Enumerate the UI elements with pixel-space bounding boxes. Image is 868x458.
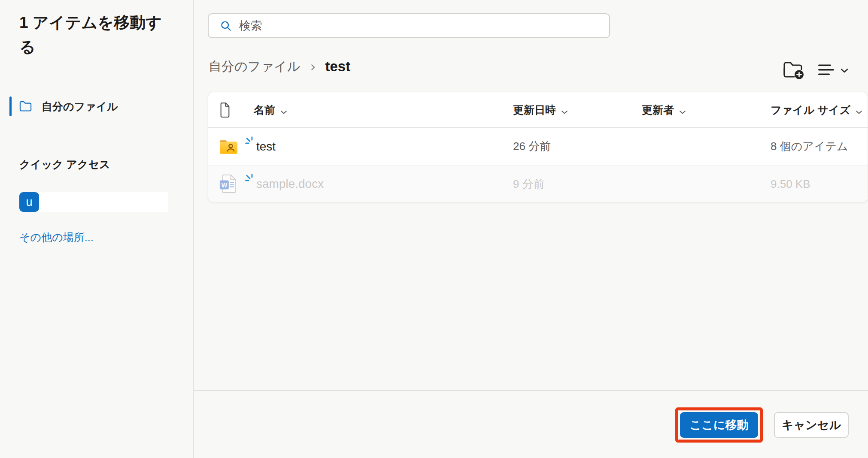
more-places-link[interactable]: その他の場所... [19,230,94,244]
sidebar-item-my-files[interactable]: 自分のファイル [0,96,189,116]
dialog-title: 1 アイテムを移動する [19,10,170,59]
chevron-down-icon [856,105,862,117]
sidebar: 1 アイテムを移動する 自分のファイル クイック アクセス u その他の場所..… [0,0,194,458]
move-items-dialog: 1 アイテムを移動する 自分のファイル クイック アクセス u その他の場所..… [0,0,868,458]
search-box [208,13,610,38]
file-modified: 26 分前 [511,139,640,154]
annotation-highlight: ここに移動 [675,407,763,443]
table-row: W sample.docx 9 分前 9.50 KB [208,165,868,202]
quick-access-item-body [39,192,168,212]
quick-access-heading: クイック アクセス [19,157,110,172]
chevron-down-icon [561,105,568,117]
quick-access-item[interactable]: u [19,192,168,212]
moving-item-icon [245,136,255,148]
breadcrumb-root[interactable]: 自分のファイル [209,58,300,75]
column-header-modified[interactable]: 更新日時 [511,103,640,117]
file-size: 9.50 KB [769,178,868,191]
move-here-button[interactable]: ここに移動 [680,412,758,438]
chevron-down-icon [280,105,287,117]
file-size: 8 個のアイテム [769,139,868,154]
view-options-button[interactable] [818,64,849,76]
site-avatar: u [19,192,39,212]
chevron-down-icon [840,68,849,74]
breadcrumb: 自分のファイル test [209,56,350,77]
file-type-column-icon [208,102,238,118]
file-list-card: 名前 更新日時 更新者 ファイル サイズ [208,92,868,202]
search-input[interactable] [239,19,601,33]
column-header-name[interactable]: 名前 [238,103,511,117]
shared-folder-icon [208,139,238,155]
toolbar [783,59,849,81]
chevron-right-icon [309,63,317,71]
table-row[interactable]: test 26 分前 8 個のアイテム [208,128,868,165]
sort-lines-icon [818,64,835,76]
column-header-modified-by[interactable]: 更新者 [640,103,769,117]
footer-actions: ここに移動 キャンセル [675,407,849,443]
column-header-file-size[interactable]: ファイル サイズ [769,103,868,117]
footer-divider [194,390,868,391]
selection-indicator [9,96,12,116]
search-icon [220,20,232,32]
sidebar-item-label: 自分のファイル [42,96,118,116]
create-folder-button[interactable] [783,60,805,80]
folder-icon [19,100,32,114]
file-modified: 9 分前 [511,177,640,192]
word-document-icon: W [208,174,238,194]
chevron-down-icon [679,105,686,117]
file-name: sample.docx [256,177,324,191]
sidebar-divider [193,0,194,458]
file-name: test [256,140,276,154]
new-folder-icon [783,60,805,80]
cancel-button[interactable]: キャンセル [774,412,849,438]
breadcrumb-current: test [325,58,351,75]
moving-item-icon [245,174,255,185]
svg-text:W: W [222,182,228,189]
table-header: 名前 更新日時 更新者 ファイル サイズ [208,92,868,128]
